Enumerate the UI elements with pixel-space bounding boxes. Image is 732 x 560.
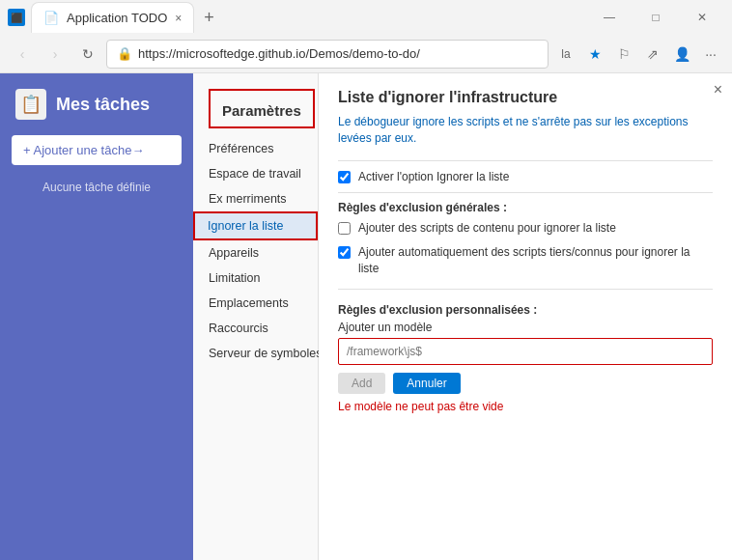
rule1-blue-text: contenu <box>473 221 515 235</box>
title-bar: ⬛ 📄 Application TODO × + — □ ✕ <box>0 0 732 35</box>
divider-custom <box>338 289 713 290</box>
app-icon: 📋 <box>15 89 46 120</box>
refresh-button[interactable]: ↻ <box>73 40 102 69</box>
settings-nav-devices[interactable]: Appareils <box>193 240 318 266</box>
rule1-label[interactable]: Ajouter des scripts de contenu pour igno… <box>358 220 616 237</box>
menu-icon[interactable]: ··· <box>697 41 724 68</box>
rule2-label[interactable]: Ajouter automatiquement des scripts tier… <box>358 244 713 277</box>
close-panel-button[interactable]: × <box>714 81 722 98</box>
address-input[interactable]: 🔒 https://microsoftedge.github.io/Demos/… <box>106 40 549 69</box>
general-rules-label: Règles d'exclusion générales : <box>338 201 713 214</box>
general-rules-section: Règles d'exclusion générales : Ajouter d… <box>338 201 713 276</box>
settings-nav-locations[interactable]: Emplacements <box>193 291 318 316</box>
settings-nav-symbol-server[interactable]: Serveur de symboles <box>193 341 318 366</box>
settings-nav-ignore-list[interactable]: Ignorer la liste <box>193 211 318 240</box>
custom-rules-title: Règles d'exclusion personnalisées : <box>338 303 713 317</box>
model-input[interactable] <box>338 338 713 365</box>
main-content: × Liste d'ignorer l'infrastructure Le dé… <box>319 73 732 560</box>
rule2-row: Ajouter automatiquement des scripts tier… <box>338 244 713 277</box>
divider-mid <box>338 192 713 193</box>
back-button[interactable]: ‹ <box>8 40 37 69</box>
add-button[interactable]: Add <box>338 373 385 394</box>
browser-icon: ⬛ <box>8 9 25 26</box>
share-icon[interactable]: ⇗ <box>639 41 666 68</box>
window-controls: — □ ✕ <box>587 2 724 33</box>
maximize-button[interactable]: □ <box>633 2 678 33</box>
settings-nav-shortcuts[interactable]: Raccourcis <box>193 316 318 341</box>
divider-top <box>338 160 713 161</box>
app-sidebar: 📋 Mes tâches + Ajouter une tâche→ Aucune… <box>0 73 193 560</box>
settings-header: Paramètres <box>209 89 315 128</box>
app-title-text: Mes tâches <box>56 95 150 115</box>
browser-chrome: ⬛ 📄 Application TODO × + — □ ✕ ‹ › ↻ 🔒 h… <box>0 0 732 73</box>
rule1-row: Ajouter des scripts de contenu pour igno… <box>338 220 713 237</box>
add-task-button[interactable]: + Ajouter une tâche→ <box>12 135 182 165</box>
tab-close-button[interactable]: × <box>175 12 182 25</box>
close-window-button[interactable]: ✕ <box>680 2 724 33</box>
custom-rules-section: Règles d'exclusion personnalisées : Ajou… <box>338 303 713 413</box>
add-task-label: + Ajouter une tâche→ <box>23 143 144 157</box>
title-bar-left: ⬛ 📄 Application TODO × + <box>8 2 214 33</box>
bookmark-icon[interactable]: ★ <box>581 41 608 68</box>
settings-panel: Paramètres Préférences Espace de travail… <box>193 73 319 560</box>
activate-label[interactable]: Activer l'option Ignorer la liste <box>358 169 509 185</box>
new-tab-button[interactable]: + <box>204 8 214 28</box>
browser-tab[interactable]: 📄 Application TODO × <box>31 2 194 33</box>
rule2-checkbox[interactable] <box>338 246 351 259</box>
minimize-button[interactable]: — <box>587 2 632 33</box>
address-text: https://microsoftedge.github.io/Demos/de… <box>138 46 420 61</box>
address-icons: la ★ ⚐ ⇗ 👤 ··· <box>552 41 724 68</box>
forward-button[interactable]: › <box>41 40 70 69</box>
activate-row: Activer l'option Ignorer la liste <box>338 169 713 185</box>
app-container: 📋 Mes tâches + Ajouter une tâche→ Aucune… <box>0 73 732 560</box>
tab-favicon: 📄 <box>43 11 59 25</box>
settings-nav-experiments[interactable]: Ex merriments <box>193 186 318 211</box>
error-message: Le modèle ne peut pas être vide <box>338 400 713 413</box>
settings-nav-throttling[interactable]: Limitation <box>193 266 318 291</box>
activate-checkbox[interactable] <box>338 171 351 183</box>
main-title: Liste d'ignorer l'infrastructure <box>338 89 713 106</box>
tab-title: Application TODO <box>67 11 167 25</box>
settings-nav-preferences[interactable]: Préférences <box>193 136 318 161</box>
no-tasks-label: Aucune tâche définie <box>0 181 193 194</box>
cancel-button[interactable]: Annuler <box>393 373 460 394</box>
app-title-area: 📋 Mes tâches <box>0 89 193 135</box>
rule2-blue-text: tiers/connus <box>549 245 612 259</box>
rule1-checkbox[interactable] <box>338 222 351 235</box>
settings-nav: Préférences Espace de travail Ex merrime… <box>193 136 318 366</box>
address-bar: ‹ › ↻ 🔒 https://microsoftedge.github.io/… <box>0 35 732 73</box>
main-subtitle: Le débogueur ignore les scripts et ne s'… <box>338 114 713 147</box>
settings-nav-workspace[interactable]: Espace de travail <box>193 161 318 186</box>
profile-icon[interactable]: 👤 <box>668 41 695 68</box>
search-icon[interactable]: la <box>552 41 579 68</box>
button-row: Add Annuler <box>338 373 713 394</box>
add-model-label: Ajouter un modèle <box>338 321 713 334</box>
collections-icon[interactable]: ⚐ <box>610 41 637 68</box>
